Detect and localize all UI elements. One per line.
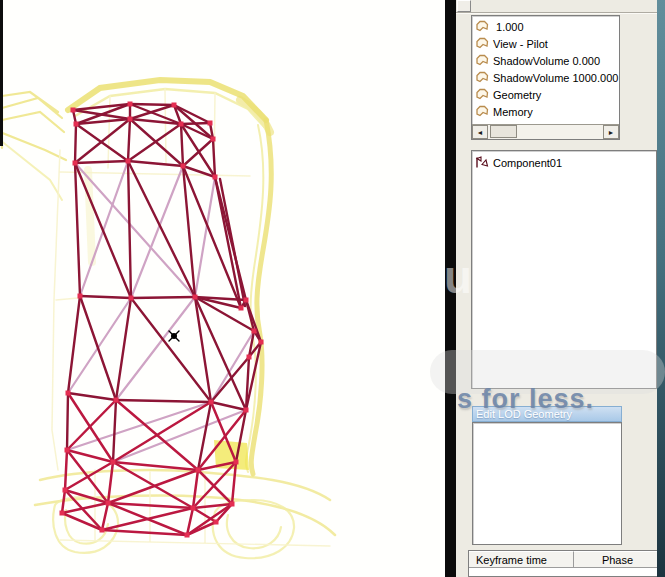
app-window: 1.000 View - Pilot ShadowVolume 0.000 Sh… (0, 0, 665, 577)
viewport-panel-divider (445, 0, 456, 577)
lod-icon (475, 71, 490, 84)
column-header-keyframe-time[interactable]: Keyframe time (469, 551, 574, 568)
keyframe-table: Keyframe time Phase (468, 550, 662, 577)
lod-item-1000[interactable]: 1.000 (472, 18, 619, 35)
component-item-label: Component01 (493, 157, 562, 169)
lod-icon (475, 88, 490, 101)
panel-divider-groove (456, 12, 657, 14)
scroll-left-arrow-icon[interactable]: ◄ (472, 125, 488, 139)
scrollbar-corner (457, 0, 471, 12)
lod-item-memory[interactable]: Memory (472, 103, 619, 120)
lod-item-label: ShadowVolume 1000.000 (493, 72, 618, 84)
lod-item-label: Memory (493, 106, 533, 118)
lod-item-label: View - Pilot (493, 38, 548, 50)
lod-list-hscrollbar[interactable]: ◄ ► (472, 124, 619, 139)
lod-item-label: ShadowVolume 0.000 (493, 55, 600, 67)
scrollbar-track[interactable] (488, 125, 603, 139)
wireframe-canvas (0, 0, 445, 577)
lod-item-label: Geometry (493, 89, 541, 101)
lod-item-shadowvolume-1000[interactable]: ShadowVolume 1000.000 (472, 69, 619, 86)
scroll-right-arrow-icon[interactable]: ► (603, 125, 619, 139)
lod-icon (475, 105, 490, 118)
lod-listbox[interactable]: 1.000 View - Pilot ShadowVolume 0.000 Sh… (471, 15, 620, 140)
lod-item-shadowvolume-0[interactable]: ShadowVolume 0.000 (472, 52, 619, 69)
window-edge-strip (657, 0, 665, 577)
lod-item-geometry[interactable]: Geometry (472, 86, 619, 103)
right-tool-panel: 1.000 View - Pilot ShadowVolume 0.000 Sh… (456, 0, 665, 577)
animation-listbox[interactable] (472, 422, 622, 545)
edit-lod-geometry-header[interactable]: Edit LOD Geometry (472, 406, 622, 422)
lod-item-view-pilot[interactable]: View - Pilot (472, 35, 619, 52)
component-listbox[interactable]: Component01 (471, 150, 657, 389)
scrollbar-thumb[interactable] (490, 125, 517, 138)
keyframe-table-header: Keyframe time Phase (469, 551, 661, 568)
column-header-phase[interactable]: Phase (574, 551, 661, 568)
lod-icon (475, 54, 490, 67)
cursor-marker-icon (171, 333, 177, 339)
lod-item-label: 1.000 (493, 21, 524, 33)
lod-icon (475, 37, 490, 50)
3d-viewport[interactable] (0, 0, 445, 577)
lod-icon (475, 20, 490, 33)
component-item[interactable]: Component01 (472, 154, 656, 171)
viewport-left-edge (0, 0, 3, 146)
component-selection-icon (475, 156, 490, 169)
